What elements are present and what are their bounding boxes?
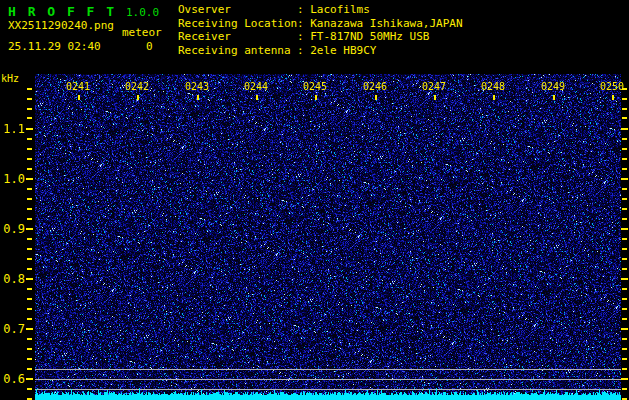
hrofft-window: H R O F F T 1.0.0 XX2511290240.png meteo… [0,0,629,400]
y-major-tick-right [621,228,628,230]
y-major-tick-right [621,328,628,330]
y-minor-tick-right [622,108,627,110]
x-axis-label: 0242 [119,81,155,93]
y-major-tick-left [26,228,33,230]
y-axis-label: 0.7 [0,323,25,336]
y-minor-tick-right [622,368,627,370]
y-axis-label: 1.1 [0,123,25,136]
x-axis-label: 0244 [238,81,274,93]
y-minor-tick-right [622,218,627,220]
y-minor-tick-left [27,98,32,100]
info-label: Receiver [178,30,297,44]
y-minor-tick-right [622,138,627,140]
info-row-0: Ovserver: Lacofilms [178,3,463,17]
app-title: H R O F F T [8,4,116,19]
x-axis-label: 0245 [297,81,333,93]
y-minor-tick-left [27,158,32,160]
y-minor-tick-right [622,298,627,300]
x-axis-tick [137,95,139,100]
x-axis-tick [493,95,495,100]
info-row-2: Receiver: FT-817ND 50MHz USB [178,30,463,44]
y-major-tick-right [621,128,628,130]
y-minor-tick-right [622,98,627,100]
info-label: Receiving antenna [178,44,297,58]
y-major-tick-right [621,278,628,280]
y-minor-tick-left [27,168,32,170]
y-minor-tick-left [27,198,32,200]
y-major-tick-left [26,178,33,180]
y-minor-tick-left [27,258,32,260]
y-axis-label: 0.9 [0,223,25,236]
x-axis-label: 0246 [357,81,393,93]
x-axis-label: 0247 [416,81,452,93]
y-minor-tick-right [622,388,627,390]
y-minor-tick-right [622,148,627,150]
y-minor-tick-right [622,188,627,190]
y-minor-tick-right [622,168,627,170]
echo-count: 0 [146,40,153,53]
y-minor-tick-left [27,288,32,290]
info-label: Ovserver [178,3,297,17]
y-major-tick-left [26,378,33,380]
y-axis-unit-label: kHz [1,73,19,84]
y-minor-tick-left [27,108,32,110]
y-minor-tick-right [622,248,627,250]
x-axis-tick [78,95,80,100]
x-axis-label: 0243 [179,81,215,93]
y-axis-label: 0.6 [0,373,25,386]
mode-label: meteor [122,26,162,39]
y-minor-tick-left [27,88,32,90]
y-major-tick-right [621,378,628,380]
y-axis-label: 0.8 [0,273,25,286]
info-value: : Lacofilms [297,3,370,16]
output-filename: XX2511290240.png [8,19,114,32]
y-minor-tick-left [27,308,32,310]
x-axis-tick [256,95,258,100]
y-minor-tick-left [27,368,32,370]
y-minor-tick-right [622,238,627,240]
y-major-tick-left [26,278,33,280]
y-minor-tick-right [622,198,627,200]
x-axis-tick [434,95,436,100]
y-major-tick-left [26,128,33,130]
x-axis-label: 0241 [60,81,96,93]
y-major-tick-right [621,178,628,180]
y-minor-tick-left [27,117,32,119]
y-minor-tick-right [622,308,627,310]
y-minor-tick-left [27,148,32,150]
x-axis-tick [315,95,317,100]
y-minor-tick-right [622,258,627,260]
y-minor-tick-left [27,318,32,320]
y-minor-tick-right [622,158,627,160]
station-info-block: Ovserver: LacofilmsReceiving Location: K… [178,3,463,57]
observation-datetime: 25.11.29 02:40 [8,40,101,53]
info-row-3: Receiving antenna: 2ele HB9CY [178,44,463,58]
x-axis-label: 0248 [475,81,511,93]
y-minor-tick-left [27,268,32,270]
y-minor-tick-right [622,268,627,270]
y-minor-tick-left [27,138,32,140]
y-minor-tick-left [27,388,32,390]
y-minor-tick-left [27,358,32,360]
x-axis-label: 0249 [535,81,571,93]
y-minor-tick-right [622,208,627,210]
spectrogram-plot [35,74,621,400]
y-minor-tick-right [622,348,627,350]
y-minor-tick-left [27,238,32,240]
y-major-tick-left [26,328,33,330]
info-label: Receiving Location [178,17,297,31]
x-axis-tick [553,95,555,100]
y-minor-tick-left [27,338,32,340]
info-row-1: Receiving Location: Kanazawa Ishikawa,JA… [178,17,463,31]
y-minor-tick-left [27,348,32,350]
y-minor-tick-left [27,218,32,220]
y-minor-tick-right [622,288,627,290]
y-minor-tick-left [27,188,32,190]
y-minor-tick-left [27,248,32,250]
info-value: : Kanazawa Ishikawa,JAPAN [297,17,463,30]
app-version: 1.0.0 [126,6,159,19]
y-minor-tick-right [622,318,627,320]
y-minor-tick-left [27,298,32,300]
x-axis-label: 0250 [594,81,629,93]
x-axis-tick [612,95,614,100]
